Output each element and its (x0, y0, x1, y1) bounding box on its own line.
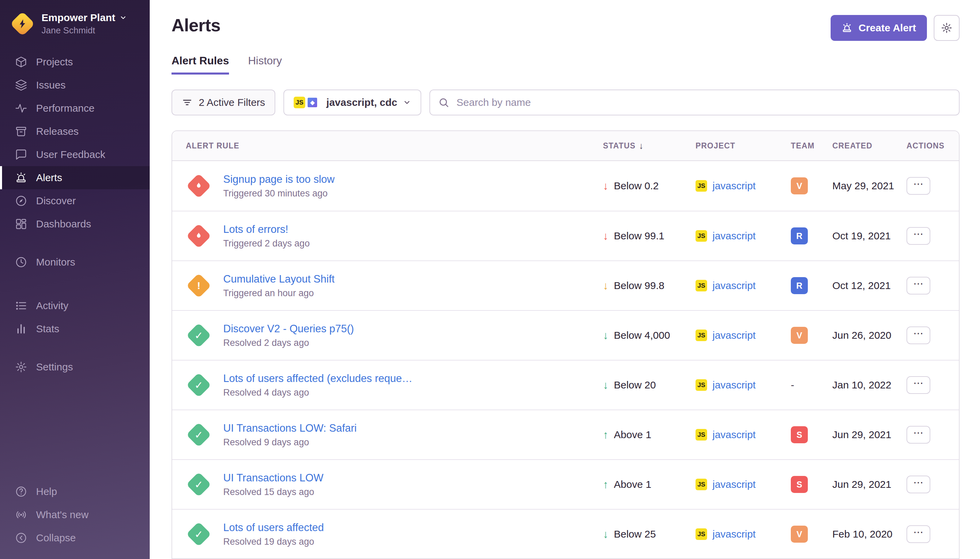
project-link[interactable]: javascript (713, 329, 756, 341)
team-avatar: V (791, 327, 808, 344)
javascript-platform-icon: JS (696, 329, 707, 341)
project-link[interactable]: javascript (713, 280, 756, 291)
project-link[interactable]: javascript (713, 230, 756, 242)
cell-created: Jun 29, 2021 (832, 479, 906, 490)
alert-rule-link[interactable]: Lots of errors! (223, 223, 310, 236)
grid-icon (15, 218, 27, 230)
project-link[interactable]: javascript (713, 429, 756, 440)
cell-actions: ⋯ (906, 277, 959, 294)
team-avatar: S (791, 476, 808, 493)
actions-menu-button[interactable]: ⋯ (906, 177, 931, 195)
tab-history[interactable]: History (248, 55, 282, 74)
actions-menu-button[interactable]: ⋯ (906, 426, 931, 443)
column-header-team[interactable]: Team (791, 141, 832, 150)
search-box (429, 89, 960, 116)
sidebar-item-settings[interactable]: Settings (0, 356, 150, 379)
cell-team: V (791, 177, 832, 194)
project-link[interactable]: javascript (713, 379, 756, 391)
alert-rule-link[interactable]: Discover V2 - Queries p75() (223, 323, 354, 335)
sidebar-item-monitors[interactable]: Monitors (0, 251, 150, 274)
compass-icon (15, 195, 27, 207)
table-row: ✓ Discover V2 - Queries p75() Resolved 2… (172, 310, 959, 360)
sidebar-item-label: Help (36, 486, 57, 498)
sidebar-item-help[interactable]: Help (0, 480, 150, 503)
sidebar-item-activity[interactable]: Activity (0, 294, 150, 317)
project-link[interactable]: javascript (713, 479, 756, 490)
actions-menu-button[interactable]: ⋯ (906, 525, 931, 543)
cell-status: ↓ Below 0.2 (603, 180, 696, 192)
active-filters-button[interactable]: 2 Active Filters (172, 89, 275, 116)
collapse-circle-icon (15, 532, 27, 544)
sidebar-item-discover[interactable]: Discover (0, 189, 150, 212)
alert-rule-link[interactable]: UI Transactions LOW: Safari (223, 422, 356, 434)
cell-created: Jan 10, 2022 (832, 379, 906, 391)
project-link[interactable]: javascript (713, 528, 756, 540)
sidebar-item-label: Alerts (36, 172, 62, 184)
sidebar-item-alerts[interactable]: Alerts (0, 166, 150, 189)
sort-descending-icon: ↓ (639, 141, 644, 151)
create-alert-button[interactable]: Create Alert (831, 15, 927, 41)
sidebar-item-user-feedback[interactable]: User Feedback (0, 143, 150, 166)
project-selector[interactable]: JS ◆ javascript, cdc (284, 89, 421, 116)
alert-status-icon: ✓ (186, 372, 212, 398)
alert-rule-link[interactable]: Signup page is too slow (223, 173, 335, 185)
org-name: Empower Plant (41, 12, 115, 23)
sidebar-nav: Projects Issues Performance Releases Use… (0, 50, 150, 379)
alert-status-icon: ✓ (186, 471, 212, 498)
javascript-platform-icon: JS (696, 180, 707, 192)
project-link[interactable]: javascript (713, 180, 756, 192)
cell-alert-rule: ✓ Discover V2 - Queries p75() Resolved 2… (172, 322, 603, 348)
sidebar-item-label: User Feedback (36, 149, 105, 160)
alert-rule-subtext: Resolved 19 days ago (223, 536, 324, 547)
alert-rule-link[interactable]: UI Transactions LOW (223, 472, 323, 484)
broadcast-icon (15, 509, 27, 521)
clock-icon (15, 256, 27, 268)
javascript-platform-icon: JS (696, 280, 707, 291)
sidebar-item-whats-new[interactable]: What's new (0, 503, 150, 526)
cell-project: JS javascript (696, 329, 791, 341)
column-header-project[interactable]: Project (696, 141, 791, 150)
team-avatar: - (791, 377, 808, 394)
app-root: Empower Plant Jane Schmidt Projects Issu… (0, 0, 980, 559)
actions-menu-button[interactable]: ⋯ (906, 326, 931, 344)
sidebar-item-releases[interactable]: Releases (0, 120, 150, 143)
alert-rule-link[interactable]: Lots of users affected (excludes reque… (223, 372, 412, 385)
actions-menu-button[interactable]: ⋯ (906, 476, 931, 493)
alert-rule-subtext: Resolved 9 days ago (223, 437, 356, 448)
sidebar-item-performance[interactable]: Performance (0, 97, 150, 120)
alert-rule-link[interactable]: Cumulative Layout Shift (223, 273, 335, 285)
search-icon (438, 97, 449, 108)
cell-team: - (791, 377, 832, 394)
cell-project: JS javascript (696, 528, 791, 540)
layers-icon (15, 79, 27, 91)
status-arrow-icon: ↓ (603, 230, 609, 242)
sidebar-item-projects[interactable]: Projects (0, 50, 150, 74)
org-switcher[interactable]: Empower Plant Jane Schmidt (0, 8, 150, 40)
alert-status-icon: ✓ (186, 422, 212, 448)
search-input[interactable] (455, 96, 951, 109)
sidebar-collapse-button[interactable]: Collapse (0, 526, 150, 549)
column-header-created[interactable]: Created (832, 141, 906, 150)
sidebar-item-label: Stats (36, 323, 59, 335)
pulse-icon (15, 102, 27, 114)
status-value: Below 20 (614, 379, 656, 391)
alert-rule-text: Cumulative Layout Shift Triggered an hou… (223, 273, 335, 299)
cell-team: S (791, 426, 832, 443)
sidebar-item-stats[interactable]: Stats (0, 317, 150, 341)
cell-actions: ⋯ (906, 476, 959, 493)
tab-alert-rules[interactable]: Alert Rules (172, 55, 229, 74)
siren-icon (15, 172, 27, 184)
sidebar-item-dashboards[interactable]: Dashboards (0, 212, 150, 236)
alert-rule-text: Lots of users affected Resolved 19 days … (223, 521, 324, 547)
actions-menu-button[interactable]: ⋯ (906, 376, 931, 394)
column-header-alert-rule[interactable]: Alert Rule (172, 141, 603, 150)
cube-icon (15, 56, 27, 68)
alert-settings-button[interactable] (934, 15, 960, 41)
alert-status-icon: ✓ (186, 322, 212, 348)
sidebar-item-issues[interactable]: Issues (0, 74, 150, 97)
alert-rule-link[interactable]: Lots of users affected (223, 521, 324, 534)
status-arrow-icon: ↓ (603, 180, 609, 192)
actions-menu-button[interactable]: ⋯ (906, 277, 931, 294)
actions-menu-button[interactable]: ⋯ (906, 227, 931, 245)
column-header-status[interactable]: Status ↓ (603, 141, 696, 151)
